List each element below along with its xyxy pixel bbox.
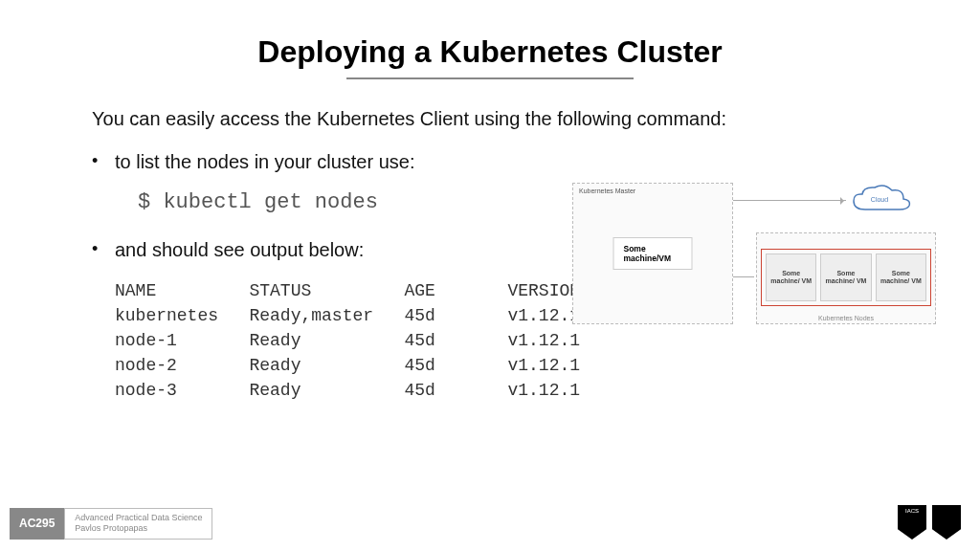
harvard-logo-icon <box>932 505 961 540</box>
output-row: node-3 Ready 45d v1.12.1 <box>115 381 580 400</box>
iacs-logo-icon: IACS <box>898 505 926 540</box>
output-header: NAME STATUS AGE VERSION <box>115 281 580 300</box>
output-row: node-1 Ready 45d v1.12.1 <box>115 331 580 350</box>
slide-title: Deploying a Kubernetes Cluster <box>0 34 980 77</box>
course-code: AC295 <box>10 508 64 540</box>
nodes-label: Kubernetes Nodes <box>757 315 935 321</box>
instructor: Pavlos Protopapas <box>75 523 202 535</box>
cloud-icon: Cloud <box>846 183 913 217</box>
node-vm: Some machine/ VM <box>876 253 926 301</box>
master-box: Kubernetes Master Some machine/VM <box>572 183 733 324</box>
node-vm: Some machine/ VM <box>820 253 871 301</box>
title-underline <box>346 77 634 79</box>
nodes-group: Some machine/ VM Some machine/ VM Some m… <box>761 249 931 306</box>
nodes-box: Some machine/ VM Some machine/ VM Some m… <box>756 232 936 324</box>
footer: AC295 Advanced Practical Data Science Pa… <box>10 508 212 540</box>
architecture-diagram: Kubernetes Master Some machine/VM Cloud … <box>572 177 936 330</box>
master-vm: Some machine/VM <box>613 237 693 270</box>
connector-cloud <box>733 200 846 202</box>
course-name: Advanced Practical Data Science <box>75 513 202 524</box>
svg-text:Cloud: Cloud <box>871 196 888 203</box>
connector-nodes <box>733 276 754 278</box>
output-row: node-2 Ready 45d v1.12.1 <box>115 356 580 375</box>
intro-text: You can easily access the Kubernetes Cli… <box>92 108 888 130</box>
output-row: kubernetes Ready,master 45d v1.12.1 <box>115 306 580 325</box>
master-label: Kubernetes Master <box>573 184 732 198</box>
logos: IACS <box>898 505 961 540</box>
bullet-1: to list the nodes in your cluster use: <box>92 151 888 173</box>
course-info: Advanced Practical Data Science Pavlos P… <box>64 508 212 540</box>
node-vm: Some machine/ VM <box>766 253 816 301</box>
